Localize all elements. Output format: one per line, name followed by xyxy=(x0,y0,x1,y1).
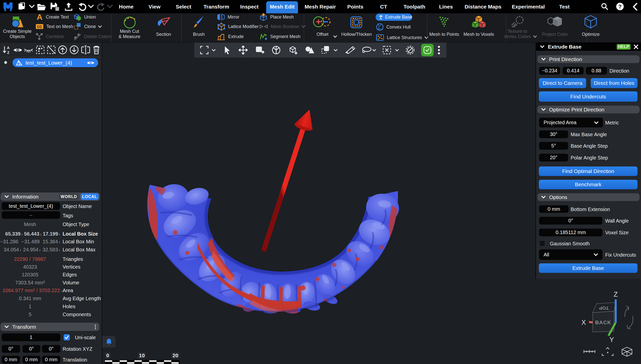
svg-text:Z: Z xyxy=(614,291,618,298)
svg-text:A: A xyxy=(7,46,10,50)
svg-text:Y: Y xyxy=(609,336,614,343)
svg-text:X: X xyxy=(581,319,586,326)
svg-text:TOP: TOP xyxy=(599,305,609,311)
svg-text:?: ? xyxy=(618,4,621,10)
svg-text:CC: CC xyxy=(37,25,42,29)
svg-text:BACK: BACK xyxy=(595,319,611,325)
svg-text:A: A xyxy=(37,13,42,21)
svg-text:Z: Z xyxy=(7,50,9,55)
